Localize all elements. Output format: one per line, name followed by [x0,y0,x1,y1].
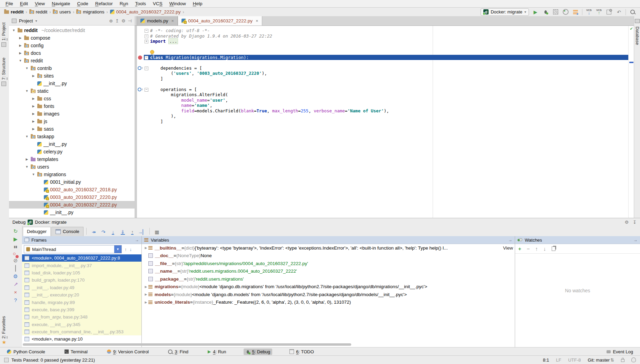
search-everywhere-button[interactable] [629,9,636,16]
toolwindow-version-control[interactable]: 9: Version Control [105,348,151,355]
toolwindow-find[interactable]: 3: Find [166,348,190,355]
previous-frame-icon[interactable]: ↑ [125,247,127,252]
vcs-branch[interactable]: Git: master ⇅ [588,357,614,363]
stack-frame[interactable]: __init__, loader.py:49 [22,284,141,291]
show-execution-point-button[interactable]: ↠ [89,229,98,235]
fold-column[interactable] [144,108,149,114]
add-watch-button[interactable]: + [518,246,521,252]
fold-column[interactable] [144,76,149,82]
editor-gutter[interactable] [137,28,144,33]
tree-item[interactable]: ▼static [9,87,135,95]
debug-tab-console[interactable]: Console [51,227,83,236]
move-up-button[interactable]: ↑ [535,246,538,252]
override-marker-icon[interactable]: ↑ [138,88,143,91]
locate-icon[interactable]: ⊕ [109,18,113,23]
tree-collapsed-icon[interactable]: ▶ [31,120,36,123]
breadcrumb-item[interactable]: 0004_auto_20160327_2222.py [109,9,181,14]
tree-item[interactable]: 0004_auto_20160327_2222.py [9,201,135,209]
fold-column[interactable]: − [144,55,149,60]
tree-expanded-icon[interactable]: ▼ [12,29,16,32]
editor-gutter[interactable] [137,113,144,119]
menu-file[interactable]: File [2,1,17,7]
tree-item[interactable]: ▼migrations [9,171,135,178]
editor-tab[interactable]: 0004_auto_20160327_2222.py× [178,16,262,26]
stack-frame[interactable]: execute, __init__.py:345 [22,321,141,328]
fold-column[interactable] [144,60,149,65]
tree-expanded-icon[interactable]: ▼ [18,59,22,62]
fold-column[interactable]: + [144,39,149,44]
stack-frame[interactable]: import_module, __init__.py:37 [22,262,141,269]
fold-collapse-icon[interactable]: − [145,88,148,92]
tree-expanded-icon[interactable]: ▼ [31,173,36,176]
fold-column[interactable] [144,71,149,76]
fold-column[interactable]: − [144,33,149,39]
force-step-into-button[interactable]: ⇓ [118,229,127,235]
pause-button[interactable]: ▮▮ [14,244,17,250]
remove-watch-button[interactable]: − [527,246,530,252]
show-changes-button[interactable] [605,9,612,16]
editor-gutter[interactable]: ↑ [137,65,144,71]
fold-collapse-icon[interactable]: − [145,29,148,33]
tree-item[interactable]: ▼contrib [9,64,135,72]
tree-collapsed-icon[interactable]: ▶ [31,127,36,131]
expand-icon[interactable]: ▶ [144,293,148,296]
stack-frame[interactable]: handle, migrate.py:89 [22,299,141,306]
editor-gutter[interactable] [137,33,144,39]
tree-item[interactable]: ▶fonts [9,102,135,110]
settings-button[interactable]: ⚙ [13,274,18,279]
menu-view[interactable]: View [31,1,48,7]
rerun-button[interactable]: ↻ [13,229,18,234]
move-down-button[interactable]: ↓ [543,246,546,252]
intention-bulb-icon[interactable] [150,50,154,54]
editor-gutter[interactable] [137,103,144,108]
variable-row[interactable]: ▶models = {module} <module 'django.db.mo… [142,291,515,299]
close-button[interactable]: × [14,290,17,295]
editor-gutter[interactable] [137,81,144,87]
tree-item[interactable]: __init__.py [9,80,135,87]
fold-column[interactable]: − [144,87,149,92]
tree-expanded-icon[interactable]: ▼ [25,165,29,169]
toolwindow-database[interactable]: Database [635,27,640,45]
evaluate-expression-button[interactable]: ▦ [152,229,161,235]
rollback-button[interactable]: ↶ [616,9,622,16]
variable-row[interactable]: __file__ = {str} '/app/reddit/users/migr… [142,260,515,267]
toolwindow-run[interactable]: ▶4: Run [206,348,228,355]
breadcrumb-item[interactable]: users [52,9,71,14]
fold-column[interactable] [144,92,149,98]
profiler-button[interactable] [562,9,569,16]
expand-icon[interactable]: ▶ [144,246,148,250]
coverage-button[interactable] [552,9,559,16]
variable-row[interactable]: ▶__builtins__ = {dict} {'bytearray': <ty… [142,244,515,252]
file-encoding[interactable]: UTF-8 [568,357,581,363]
favorites-star-icon[interactable]: ★ [2,339,6,345]
lock-icon[interactable] [621,359,624,362]
tree-item[interactable]: ▶sites [9,72,135,80]
caret-position[interactable]: 8:1 [543,357,549,363]
editor-gutter[interactable] [137,39,144,44]
step-into-button[interactable]: ↓ [109,229,118,235]
tree-item[interactable]: ▶images [9,110,135,118]
chevron-down-icon[interactable]: ▾ [35,19,37,23]
tree-item[interactable]: 0001_initial.py [9,178,135,186]
tree-item[interactable]: ▶docs [9,49,135,57]
tree-collapsed-icon[interactable]: ▶ [31,74,36,78]
line-separator[interactable]: LF [556,357,561,363]
error-stripe[interactable]: ✔ [628,26,634,218]
fold-collapse-icon[interactable]: − [145,67,148,70]
vcs-commit-button[interactable]: VCS↑ [595,9,602,16]
tree-collapsed-icon[interactable]: ▶ [18,36,22,40]
tree-item[interactable]: ▶config [9,42,135,49]
tree-expanded-icon[interactable]: ▼ [25,67,29,70]
editor-gutter[interactable] [137,119,144,124]
fold-column[interactable] [144,113,149,119]
menu-help[interactable]: Help [189,1,206,7]
dock-icon[interactable]: → [633,237,638,242]
tree-expanded-icon[interactable]: ▼ [25,89,29,93]
editor-tab[interactable]: models.py× [137,16,178,26]
debug-tab-debugger[interactable]: Debugger [23,227,51,236]
stack-frame[interactable]: __init__, executor.py:20 [22,291,141,299]
override-marker-icon[interactable]: ↑ [138,66,143,70]
run-to-cursor-button[interactable]: →▏ [138,229,147,235]
menu-refactor[interactable]: Refactor [92,1,116,7]
tree-item[interactable]: 0002_auto_20160327_2018.py [9,186,135,193]
